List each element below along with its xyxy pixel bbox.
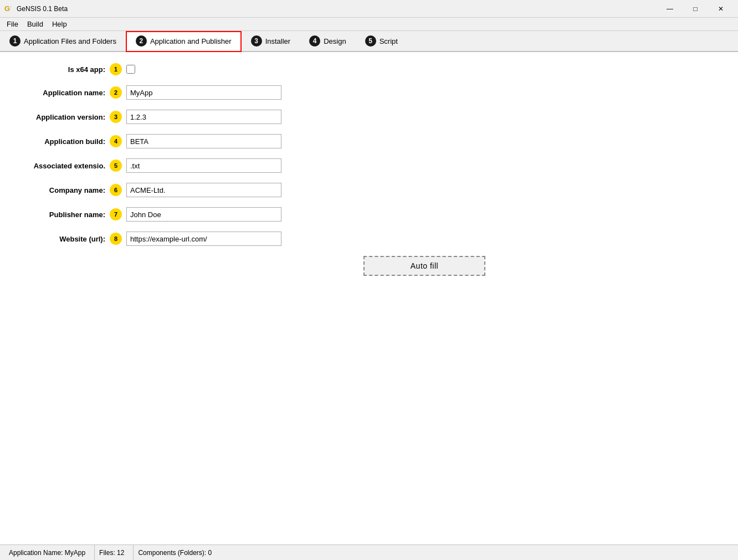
tab-label-design: Design	[324, 37, 346, 45]
tab-badge-files-folders: 1	[9, 35, 20, 47]
input-app-version[interactable]	[126, 110, 281, 124]
tab-label-app-publisher: Application and Publisher	[150, 37, 232, 45]
menu-item-build[interactable]: Build	[23, 19, 48, 29]
tab-bar: 1Application Files and Folders2Applicati…	[0, 31, 738, 52]
tab-label-installer: Installer	[265, 37, 291, 45]
tab-badge-script: 5	[365, 35, 376, 47]
main-content: Is x64 app:1Application name:2Applicatio…	[0, 52, 738, 544]
form-row-assoc-ext: Associated extensio.5	[11, 158, 727, 173]
label-company-name: Company name:	[11, 186, 105, 194]
form-row-app-version: Application version:3	[11, 110, 727, 124]
field-badge-publisher-name: 7	[110, 208, 122, 220]
tab-badge-installer: 3	[251, 35, 262, 47]
form-row-app-build: Application build:4	[11, 134, 727, 148]
tab-app-publisher[interactable]: 2Application and Publisher	[126, 31, 242, 52]
auto-fill-container: Auto fill	[122, 256, 727, 276]
minimize-button[interactable]: —	[657, 0, 683, 18]
input-app-name[interactable]	[126, 85, 281, 100]
maximize-button[interactable]: □	[683, 0, 708, 18]
input-company-name[interactable]	[126, 183, 281, 197]
field-badge-app-build: 4	[110, 135, 122, 147]
form-row-is-x64: Is x64 app:1	[11, 63, 727, 75]
title-bar: Gi GeNSIS 0.1 Beta — □ ✕	[0, 0, 738, 18]
status-components: Components (Folders): 0	[134, 545, 221, 560]
title-bar-text: GeNSIS 0.1 Beta	[17, 5, 657, 13]
form-container: Is x64 app:1Application name:2Applicatio…	[11, 63, 727, 246]
input-app-build[interactable]	[126, 134, 281, 148]
label-assoc-ext: Associated extensio.	[11, 162, 105, 170]
window-controls: — □ ✕	[657, 0, 734, 18]
menu-item-help[interactable]: Help	[48, 19, 71, 29]
tab-installer[interactable]: 3Installer	[242, 31, 300, 51]
field-badge-is-x64: 1	[110, 63, 122, 75]
status-files: Files: 12	[95, 545, 134, 560]
input-publisher-name[interactable]	[126, 207, 281, 222]
status-app-name: Application Name: MyApp	[4, 545, 95, 560]
tab-files-folders[interactable]: 1Application Files and Folders	[0, 31, 126, 51]
label-publisher-name: Publisher name:	[11, 210, 105, 219]
close-button[interactable]: ✕	[708, 0, 734, 18]
tab-badge-design: 4	[309, 35, 320, 47]
menu-bar: FileBuildHelp	[0, 18, 738, 31]
form-row-publisher-name: Publisher name:7	[11, 207, 727, 222]
label-is-x64: Is x64 app:	[11, 65, 105, 74]
input-website-url[interactable]	[126, 232, 281, 246]
input-assoc-ext[interactable]	[126, 158, 281, 173]
tab-label-script: Script	[380, 37, 398, 45]
field-badge-website-url: 8	[110, 233, 122, 245]
form-row-company-name: Company name:6	[11, 183, 727, 197]
field-badge-assoc-ext: 5	[110, 160, 122, 172]
label-app-version: Application version:	[11, 113, 105, 121]
auto-fill-button[interactable]: Auto fill	[363, 256, 485, 276]
tab-script[interactable]: 5Script	[356, 31, 407, 51]
form-row-website-url: Website (url):8	[11, 232, 727, 246]
input-is-x64[interactable]	[126, 65, 135, 74]
status-bar: Application Name: MyApp Files: 12 Compon…	[0, 544, 738, 560]
label-website-url: Website (url):	[11, 235, 105, 243]
app-icon: Gi	[4, 4, 13, 13]
tab-design[interactable]: 4Design	[300, 31, 355, 51]
field-badge-app-version: 3	[110, 111, 122, 123]
label-app-name: Application name:	[11, 89, 105, 97]
label-app-build: Application build:	[11, 137, 105, 146]
tab-label-files-folders: Application Files and Folders	[24, 37, 116, 45]
tab-badge-app-publisher: 2	[136, 35, 147, 47]
field-badge-company-name: 6	[110, 184, 122, 196]
form-row-app-name: Application name:2	[11, 85, 727, 100]
field-badge-app-name: 2	[110, 86, 122, 99]
menu-item-file[interactable]: File	[2, 19, 23, 29]
